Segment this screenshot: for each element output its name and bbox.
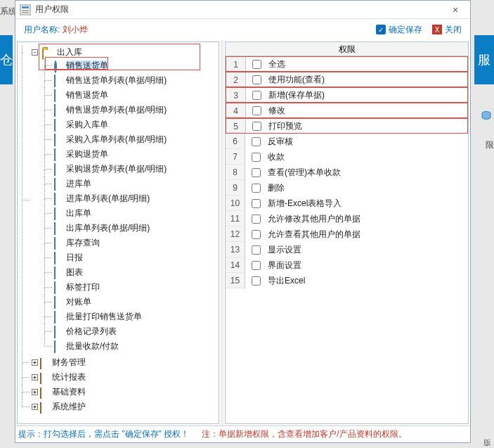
- tree-item[interactable]: 销售送货单: [44, 58, 219, 73]
- permission-label: 删除: [266, 182, 468, 194]
- permission-checkbox[interactable]: [252, 230, 261, 239]
- permission-checkbox[interactable]: [252, 184, 261, 193]
- tree-item[interactable]: 销售退货单列表(单据/明细): [44, 103, 219, 117]
- permission-row: 9删除: [226, 180, 468, 196]
- permission-label: 收款: [266, 151, 468, 163]
- bg-blue-left: 仓: [0, 35, 13, 84]
- tree-item[interactable]: 标签打印: [44, 280, 219, 295]
- row-index: 11: [226, 211, 245, 226]
- tree-module[interactable]: +统计报表: [22, 370, 219, 385]
- permission-checkbox[interactable]: [252, 245, 261, 255]
- tree-item-label: 价格记录列表: [66, 326, 117, 336]
- splitter[interactable]: [221, 40, 223, 425]
- expand-toggle[interactable]: +: [32, 389, 38, 395]
- tree-module[interactable]: +系统维护: [22, 399, 219, 414]
- module-tree: - 出入库 销售送货单销售送货单列表(单据/明细)销售退货单销售退货单列表(单据…: [18, 42, 219, 417]
- document-icon: [54, 89, 56, 102]
- document-icon: [54, 267, 56, 279]
- tree-item[interactable]: 采购入库单: [44, 117, 219, 132]
- expand-toggle[interactable]: +: [32, 404, 38, 410]
- permission-checkbox[interactable]: [252, 60, 261, 69]
- database-icon: [481, 111, 491, 120]
- tree-item-label: 统计报表: [52, 372, 86, 382]
- document-icon: [54, 193, 56, 205]
- document-icon: [54, 119, 56, 132]
- tree-item[interactable]: 库存查询: [44, 236, 219, 250]
- module-tree-panel[interactable]: - 出入库 销售送货单销售送货单列表(单据/明细)销售退货单销售退货单列表(单据…: [17, 41, 219, 424]
- expand-toggle[interactable]: +: [32, 374, 38, 380]
- save-button[interactable]: ✓ 确定保存: [375, 23, 422, 36]
- permission-checkbox[interactable]: [252, 137, 261, 146]
- row-index: 3: [226, 88, 246, 102]
- document-icon: [54, 237, 56, 250]
- permission-checkbox[interactable]: [252, 106, 261, 115]
- permission-label: 全选: [267, 58, 467, 70]
- permission-label: 界面设置: [266, 260, 468, 271]
- svg-rect-3: [22, 10, 29, 11]
- row-index: 9: [226, 180, 245, 196]
- tree-item[interactable]: 图表: [44, 265, 219, 280]
- permission-list: 1全选2使用功能(查看)3新增(保存单据)4修改5打印预览6反审核7收款8查看(…: [226, 56, 468, 423]
- expand-toggle[interactable]: +: [32, 359, 38, 366]
- permission-row: 5打印预览: [226, 118, 468, 134]
- row-index: 6: [226, 134, 245, 149]
- expand-toggle[interactable]: -: [32, 49, 38, 56]
- close-button[interactable]: X 关闭: [431, 23, 462, 36]
- tree-root[interactable]: - 出入库 销售送货单销售送货单列表(单据/明细)销售退货单销售退货单列表(单据…: [22, 45, 219, 355]
- tree-item-label: 出库单列表(单据/明细): [66, 223, 150, 233]
- document-icon: [54, 75, 56, 87]
- permission-checkbox[interactable]: [252, 276, 261, 286]
- tree-item[interactable]: 采购退货单列表(单据/明细): [44, 162, 219, 177]
- document-icon: [54, 178, 56, 191]
- footer-bar: 提示：打勾选择后，需点击 "确定保存" 授权！ 注：单据新增权限，含查看增加客户…: [15, 425, 470, 442]
- window-close-button[interactable]: ×: [445, 4, 466, 15]
- tree-item-label: 采购入库单: [66, 120, 108, 129]
- tree-item[interactable]: 销售退货单: [44, 88, 219, 103]
- tree-item-label: 批量收款/付款: [66, 341, 119, 351]
- toolbar: 用户名称: 刘小烨 ✓ 确定保存 X 关闭: [15, 19, 470, 40]
- tree-item[interactable]: 进库单列表(单据/明细): [44, 191, 219, 206]
- permission-checkbox[interactable]: [252, 91, 261, 100]
- permission-row: 3新增(保存单据): [226, 87, 468, 103]
- tree-item[interactable]: 批量收款/付款: [44, 339, 219, 354]
- permission-row: 7收款: [226, 149, 468, 165]
- row-index: 14: [226, 257, 245, 273]
- document-icon: [54, 340, 56, 353]
- permission-label: 允许查看其他用户的单据: [266, 229, 468, 241]
- tree-item-label: 进库单列表(单据/明细): [66, 193, 150, 203]
- bg-right-frag: 限: [486, 139, 494, 151]
- tree-item[interactable]: 进库单: [44, 177, 219, 191]
- tree-item[interactable]: 采购退货单: [44, 147, 219, 162]
- permission-checkbox[interactable]: [252, 199, 261, 208]
- tree-item[interactable]: 日报: [44, 250, 219, 265]
- footer-note: 注：单据新增权限，含查看增加客户/产品资料的权限。: [202, 428, 406, 440]
- tree-module[interactable]: +财务管理: [22, 355, 219, 370]
- row-index: 4: [226, 103, 246, 117]
- row-index: 5: [226, 119, 246, 133]
- permission-checkbox[interactable]: [252, 122, 261, 131]
- tree-item[interactable]: 对账单: [44, 295, 219, 309]
- permission-checkbox[interactable]: [252, 75, 261, 84]
- permission-checkbox[interactable]: [252, 153, 261, 162]
- tree-item-label: 出库单: [66, 208, 91, 218]
- tree-module[interactable]: +基础资料: [22, 385, 219, 399]
- tree-item[interactable]: 出库单: [44, 206, 219, 221]
- permission-checkbox[interactable]: [252, 168, 261, 177]
- permission-checkbox[interactable]: [252, 261, 261, 270]
- tree-item[interactable]: 销售送货单列表(单据/明细): [44, 73, 219, 88]
- row-index: 15: [226, 273, 245, 288]
- user-permission-window: 用户权限 × 用户名称: 刘小烨 ✓ 确定保存 X 关闭 - 出入库 销售送货单…: [15, 0, 471, 443]
- permission-checkbox[interactable]: [252, 215, 261, 224]
- tree-item[interactable]: 批量打印销售送货单: [44, 309, 219, 324]
- tree-item[interactable]: 出库单列表(单据/明细): [44, 221, 219, 236]
- tree-item[interactable]: 价格记录列表: [44, 324, 219, 339]
- permission-label: 新增-Excel表格导入: [266, 198, 468, 210]
- tree-item-label: 采购退货单列表(单据/明细): [66, 164, 167, 174]
- document-icon: [54, 252, 56, 264]
- tree-item[interactable]: 采购入库单列表(单据/明细): [44, 132, 219, 147]
- permission-row: 12允许查看其他用户的单据: [226, 226, 468, 242]
- permission-row: 15导出Excel: [226, 273, 468, 288]
- tree-item-label: 财务管理: [52, 357, 86, 367]
- permission-header: 权限: [226, 42, 468, 56]
- tree-item-label: 对账单: [66, 297, 91, 307]
